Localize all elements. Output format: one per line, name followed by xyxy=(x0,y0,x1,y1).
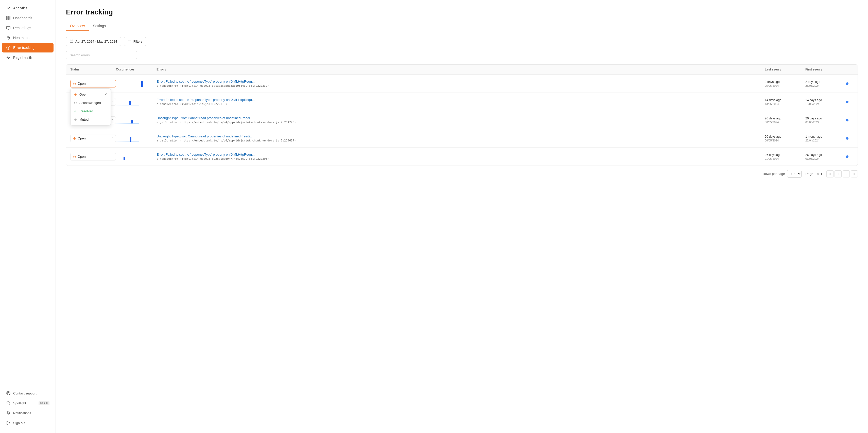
next-page-button[interactable]: › xyxy=(843,170,850,177)
status-label: Open xyxy=(78,155,86,159)
last-seen-date: 06/05/2024 xyxy=(765,139,805,142)
last-seen-relative: 14 days ago xyxy=(765,98,805,102)
chevron-down-icon: ⌃ xyxy=(111,119,113,122)
sidebar-item-dashboards[interactable]: Dashboards xyxy=(2,13,54,23)
table-row: ⊙ Open ⌃ Error: Failed to set the 'respo… xyxy=(66,147,858,166)
status-label: Open xyxy=(78,136,86,140)
col-error[interactable]: Error ↕ xyxy=(156,68,765,71)
svg-rect-33 xyxy=(131,120,133,124)
rows-per-page-select[interactable]: 10 25 50 xyxy=(787,170,802,178)
last-seen-date: 06/05/2024 xyxy=(765,121,805,124)
chevron-down-icon: ⌃ xyxy=(111,82,113,85)
col-status: Status xyxy=(70,68,116,71)
sidebar-item-label: Dashboards xyxy=(13,16,32,20)
error-title-link[interactable]: Error: Failed to set the 'responseType' … xyxy=(156,153,765,157)
last-seen-cell: 20 days ago 06/05/2024 xyxy=(765,135,805,142)
sidebar-item-analytics[interactable]: Analytics xyxy=(2,3,54,13)
col-occurrences[interactable]: Occurrences xyxy=(116,68,156,71)
rows-per-page-label: Rows per page xyxy=(763,172,785,176)
indicator-cell xyxy=(846,137,854,140)
date-range-label: Apr 27, 2024 - May 27, 2024 xyxy=(75,39,117,43)
sidebar-item-label: Error tracking xyxy=(13,46,34,50)
error-title-link[interactable]: Uncaught TypeError: Cannot read properti… xyxy=(156,116,765,120)
prev-page-button[interactable]: ‹ xyxy=(835,170,842,177)
dropdown-item-resolved[interactable]: ✓ Resolved xyxy=(70,107,111,115)
dropdown-option-label: Acknowledged xyxy=(80,101,101,105)
fire-icon xyxy=(6,35,11,40)
first-page-button[interactable]: « xyxy=(827,170,834,177)
svg-rect-21 xyxy=(70,40,73,43)
last-seen-date: 13/05/2024 xyxy=(765,102,805,105)
dropdown-item-open[interactable]: ⊙ Open ✓ xyxy=(70,90,111,99)
sidebar-item-recordings[interactable]: Recordings xyxy=(2,23,54,33)
status-dropdown[interactable]: ⊙ Open ⌃ xyxy=(70,80,116,88)
open-icon: ⊙ xyxy=(74,93,77,96)
monitor-icon xyxy=(6,26,11,30)
status-cell: ⊙ Open ⌃ xyxy=(70,135,116,142)
last-seen-relative: 20 days ago xyxy=(765,135,805,138)
svg-point-17 xyxy=(7,402,9,404)
first-seen-cell: 14 days ago 13/05/2024 xyxy=(805,98,846,105)
svg-rect-31 xyxy=(129,101,131,105)
sidebar-item-page-health[interactable]: Page health xyxy=(2,53,54,62)
tab-overview[interactable]: Overview xyxy=(66,21,89,31)
col-first-seen[interactable]: First seen ↕ xyxy=(805,68,846,71)
sidebar-item-label: Sign out xyxy=(13,421,25,425)
svg-rect-2 xyxy=(9,16,10,18)
sidebar-item-spotlight[interactable]: Spotlight ⌘ + K xyxy=(2,398,54,408)
status-dropdown[interactable]: ⊙ Open ⌃ xyxy=(70,135,116,142)
first-seen-relative: 26 days ago xyxy=(805,153,846,157)
new-indicator-dot xyxy=(846,156,848,158)
indicator-cell xyxy=(846,82,854,85)
open-status-icon: ⊙ xyxy=(73,136,76,140)
new-indicator-dot xyxy=(846,82,848,85)
rows-per-page: Rows per page 10 25 50 xyxy=(763,170,801,178)
error-title-link[interactable]: Uncaught TypeError: Cannot read properti… xyxy=(156,134,765,138)
table-row: ⊙ Open ⌃ Error: Failed to set the 'respo… xyxy=(66,93,858,111)
col-last-seen[interactable]: Last seen ↓ xyxy=(765,68,805,71)
pagination-bar: Rows per page 10 25 50 Page 1 of 1 « ‹ ›… xyxy=(66,166,858,182)
grid-icon xyxy=(6,16,11,20)
last-seen-relative: 20 days ago xyxy=(765,116,805,120)
sidebar-item-error-tracking[interactable]: Error tracking xyxy=(2,43,54,53)
page-info: Page 1 of 1 xyxy=(806,172,823,176)
first-seen-date: 13/05/2024 xyxy=(805,102,846,105)
sidebar-item-heatmaps[interactable]: Heatmaps xyxy=(2,33,54,42)
error-title-link[interactable]: Error: Failed to set the 'responseType' … xyxy=(156,79,765,84)
sidebar-item-label: Notifications xyxy=(13,411,31,415)
error-title-link[interactable]: Error: Failed to set the 'responseType' … xyxy=(156,98,765,102)
sidebar-item-sign-out[interactable]: Sign out xyxy=(2,418,54,428)
last-seen-relative: 2 days ago xyxy=(765,80,805,84)
first-seen-cell: 2 days ago 25/05/2024 xyxy=(805,80,846,87)
date-range-button[interactable]: Apr 27, 2024 - May 27, 2024 xyxy=(66,37,121,46)
bell-icon xyxy=(6,411,11,415)
first-seen-cell: 1 month ago 22/04/2024 xyxy=(805,135,846,142)
sidebar-nav: Analytics Dashboards Reco xyxy=(0,3,56,386)
filters-button[interactable]: Filters xyxy=(124,37,146,46)
status-dropdown[interactable]: ⊙ Open ⌃ xyxy=(70,153,116,161)
sidebar-item-notifications[interactable]: Notifications xyxy=(2,408,54,418)
chevron-down-icon: ⌃ xyxy=(111,155,113,158)
page-title: Error tracking xyxy=(66,8,858,16)
dropdown-item-acknowledged[interactable]: ⊖ Acknowledged xyxy=(70,99,111,107)
sparkline-chart xyxy=(116,114,146,125)
sidebar-item-label: Heatmaps xyxy=(13,36,29,40)
first-seen-relative: 14 days ago xyxy=(805,98,846,102)
tab-settings[interactable]: Settings xyxy=(89,21,110,31)
svg-line-13 xyxy=(7,392,8,393)
search-input[interactable] xyxy=(66,51,137,59)
search-wrap xyxy=(66,51,858,59)
error-trace: a.getDuration (https://embed.tawk.to/_s/… xyxy=(156,121,765,124)
last-page-button[interactable]: » xyxy=(851,170,858,177)
sidebar-item-contact-support[interactable]: Contact support xyxy=(2,388,54,398)
table-row: ⊙ Open ⌃ Uncaught TypeError: Cannot read… xyxy=(66,129,858,147)
sparkline-chart xyxy=(116,151,146,161)
filters-label: Filters xyxy=(133,39,142,43)
first-seen-date: 06/05/2024 xyxy=(805,121,846,124)
open-status-icon: ⊙ xyxy=(73,155,76,159)
error-table: Status Occurrences Error ↕ Last seen ↓ F… xyxy=(66,64,858,166)
sidebar-item-label: Page health xyxy=(13,56,32,60)
calendar-icon xyxy=(70,39,73,44)
new-indicator-dot xyxy=(846,137,848,140)
dropdown-item-muted[interactable]: ⊗ Muted xyxy=(70,115,111,124)
